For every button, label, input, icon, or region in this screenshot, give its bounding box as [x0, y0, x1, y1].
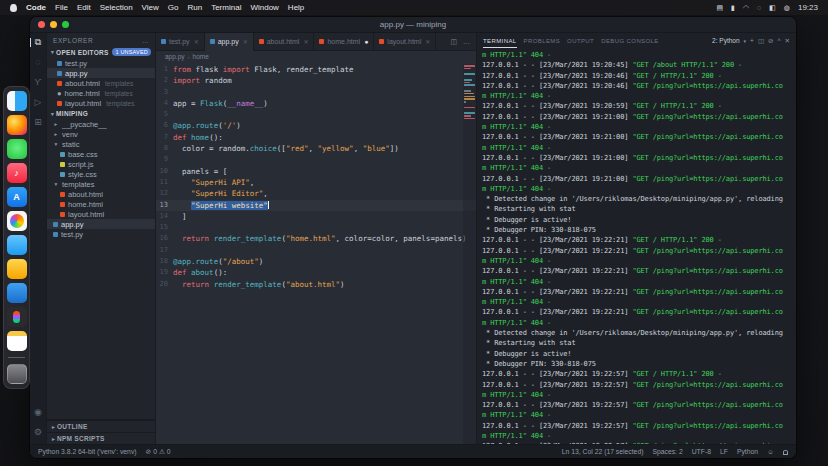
control-center-icon[interactable]: ◧ — [769, 4, 776, 12]
tree-item-about.html[interactable]: about.html — [47, 189, 155, 199]
wifi-icon[interactable]: ◠ — [743, 4, 749, 12]
menu-item-view[interactable]: View — [142, 3, 159, 12]
menu-item-go[interactable]: Go — [168, 3, 179, 12]
menu-item-window[interactable]: Window — [250, 3, 278, 12]
menu-item-file[interactable]: File — [55, 3, 68, 12]
breadcrumb-item[interactable]: app.py — [165, 53, 185, 60]
tree-item-layout.html[interactable]: layout.html — [47, 209, 155, 219]
code-line[interactable]: 8 color = random.choice(["red", "yellow"… — [156, 143, 476, 154]
section-outline[interactable]: OUTLINE — [47, 420, 155, 432]
display-icon[interactable]: ▤ — [716, 4, 723, 12]
tree-item-static[interactable]: ▾static — [47, 139, 155, 149]
siri-icon[interactable]: ◍ — [784, 4, 790, 12]
status-encoding[interactable]: UTF-8 — [692, 448, 711, 455]
dock-icon-sketch[interactable] — [7, 259, 27, 279]
panel-tab-debug-console[interactable]: DEBUG CONSOLE — [601, 33, 659, 48]
window-title-bar[interactable]: app.py — miniping — [30, 17, 796, 33]
open-editor-test.py[interactable]: test.py — [47, 58, 155, 68]
code-line[interactable]: 1from flask import Flask, render_templat… — [156, 64, 476, 75]
project-header[interactable]: MINIPING — [47, 108, 155, 119]
kill-terminal-icon[interactable]: ⊘ — [768, 37, 773, 45]
code-line[interactable]: 19def about(): — [156, 267, 476, 278]
tab-layout.html[interactable]: layout.html✕ — [374, 33, 436, 50]
menu-item-edit[interactable]: Edit — [77, 3, 91, 12]
code-line[interactable]: 3 — [156, 87, 476, 98]
breadcrumb[interactable]: app.py›home — [156, 51, 476, 62]
code-line[interactable]: 9 — [156, 154, 476, 165]
tree-item-templates[interactable]: ▾templates — [47, 179, 155, 189]
tree-item-__pycache__[interactable]: ▸__pycache__ — [47, 119, 155, 129]
code-line[interactable]: 12 "SuperHi Editor", — [156, 188, 476, 199]
dock-icon-whatsapp[interactable] — [7, 139, 27, 159]
menu-item-run[interactable]: Run — [187, 3, 202, 12]
more-actions-icon[interactable]: … — [142, 37, 149, 44]
dock-icon-notes[interactable] — [7, 331, 27, 351]
menu-item-terminal[interactable]: Terminal — [211, 3, 241, 12]
minimap[interactable] — [463, 64, 476, 444]
code-line[interactable]: 16 return render_template("home.html", c… — [156, 233, 476, 244]
tree-item-script.js[interactable]: script.js — [47, 159, 155, 169]
status-indentation[interactable]: Spaces: 2 — [652, 448, 682, 455]
menu-item-code[interactable]: Code — [26, 3, 46, 12]
minimize-window-button[interactable] — [50, 21, 57, 28]
code-line[interactable]: 14 ] — [156, 211, 476, 222]
split-terminal-icon[interactable]: ◫ — [758, 37, 764, 45]
dock-icon-trash[interactable] — [7, 364, 27, 384]
menu-clock[interactable]: 19:23 — [798, 3, 818, 12]
dock-icon-appstore[interactable]: A — [7, 187, 27, 207]
run-debug-icon[interactable]: ▷ — [30, 98, 46, 107]
close-icon[interactable]: ✕ — [194, 38, 199, 45]
tab-home.html[interactable]: home.html● — [314, 33, 374, 50]
code-editor[interactable]: 1from flask import Flask, render_templat… — [156, 62, 476, 444]
tree-item-base.css[interactable]: base.css — [47, 149, 155, 159]
tree-item-home.html[interactable]: home.html — [47, 199, 155, 209]
status-feedback[interactable]: ☺ — [767, 448, 774, 455]
notifications-bell-icon[interactable] — [783, 450, 788, 454]
code-line[interactable]: 10 panels = [ — [156, 166, 476, 177]
tree-item-style.css[interactable]: style.css — [47, 169, 155, 179]
panel-tab-problems[interactable]: PROBLEMS — [524, 33, 561, 48]
status-eol[interactable]: LF — [720, 448, 728, 455]
dock-icon-photos[interactable] — [7, 211, 27, 231]
tree-item-test.py[interactable]: test.py — [47, 229, 155, 239]
source-control-icon[interactable]: Ƴ — [30, 78, 46, 87]
tab-app.py[interactable]: app.py✕ — [205, 33, 254, 51]
zoom-window-button[interactable] — [62, 21, 69, 28]
close-window-button[interactable] — [38, 21, 45, 28]
code-line[interactable]: 17 — [156, 245, 476, 256]
dock-icon-vscode[interactable] — [7, 283, 27, 303]
open-editor-home.html[interactable]: ●home.htmltemplates — [47, 88, 155, 98]
dock-icon-figma[interactable] — [7, 307, 27, 327]
tab-about.html[interactable]: about.html✕ — [254, 33, 315, 50]
close-panel-icon[interactable]: ✕ — [785, 37, 790, 45]
extensions-icon[interactable]: ⊞ — [30, 118, 46, 127]
dock-icon-twitter[interactable] — [7, 235, 27, 255]
breadcrumb-item[interactable]: home — [193, 53, 209, 60]
close-icon[interactable]: ✕ — [243, 38, 248, 45]
tree-item-venv[interactable]: ▸venv — [47, 129, 155, 139]
code-line[interactable]: 11 "SuperHi API", — [156, 177, 476, 188]
section-npm-scripts[interactable]: NPM SCRIPTS — [47, 432, 155, 444]
dock-icon-finder[interactable] — [7, 91, 27, 111]
new-terminal-icon[interactable]: + — [750, 37, 754, 45]
explorer-icon[interactable]: ⧉ — [30, 38, 46, 47]
panel-tab-terminal[interactable]: TERMINAL — [483, 33, 517, 48]
account-icon[interactable]: ◉ — [30, 408, 46, 417]
apple-menu-icon[interactable] — [10, 4, 17, 12]
open-editors-header[interactable]: OPEN EDITORS 1 UNSAVED — [47, 46, 155, 58]
code-line[interactable]: 7def home(): — [156, 132, 476, 143]
search-icon[interactable]: ◌ — [30, 58, 46, 67]
code-line[interactable]: 18@app.route("/about") — [156, 256, 476, 267]
panel-tab-output[interactable]: OUTPUT — [567, 33, 594, 48]
dock-icon-firefox[interactable] — [7, 115, 27, 135]
battery-icon[interactable]: ▮ — [731, 4, 735, 12]
status-cursor-position[interactable]: Ln 13, Col 22 (17 selected) — [562, 448, 644, 455]
code-line[interactable]: 13 "SuperHi website" — [156, 200, 476, 211]
menu-item-help[interactable]: Help — [288, 3, 304, 12]
code-line[interactable]: 6@app.route('/') — [156, 120, 476, 131]
code-line[interactable]: 20 return render_template("about.html") — [156, 279, 476, 290]
tab-test.py[interactable]: test.py✕ — [156, 33, 205, 50]
code-line[interactable]: 4app = Flask(__name__) — [156, 98, 476, 109]
status-python-interpreter[interactable]: Python 3.8.2 64-bit ('venv': venv) — [38, 448, 137, 455]
close-icon[interactable]: ✕ — [425, 38, 430, 45]
